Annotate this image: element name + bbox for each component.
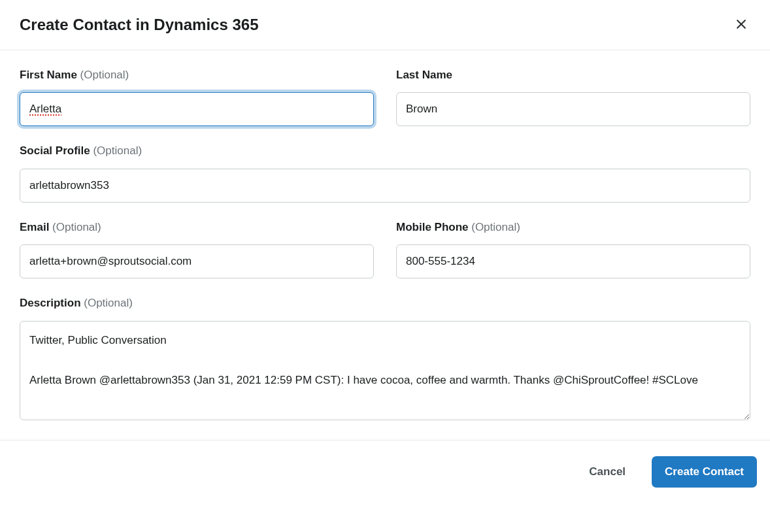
- label-text: Mobile Phone: [396, 221, 469, 233]
- label-optional: (Optional): [80, 69, 129, 81]
- modal-footer: Cancel Create Contact: [0, 440, 770, 494]
- group-mobile-phone: Mobile Phone (Optional): [396, 221, 750, 278]
- row-contact: Email (Optional) Mobile Phone (Optional): [20, 221, 750, 278]
- group-last-name: Last Name: [396, 69, 750, 126]
- label-email: Email (Optional): [20, 221, 374, 234]
- group-description: Description (Optional): [20, 297, 750, 420]
- label-optional: (Optional): [84, 297, 133, 309]
- description-input[interactable]: [20, 321, 750, 420]
- modal-header: Create Contact in Dynamics 365: [0, 0, 770, 50]
- last-name-input[interactable]: [396, 92, 750, 126]
- modal-body: First Name (Optional) Last Name Social P…: [0, 50, 770, 440]
- label-optional: (Optional): [471, 221, 520, 233]
- label-optional: (Optional): [93, 144, 142, 157]
- label-text: Last Name: [396, 69, 452, 81]
- email-input[interactable]: [20, 244, 374, 278]
- label-social-profile: Social Profile (Optional): [20, 144, 750, 158]
- label-text: Email: [20, 221, 49, 233]
- label-text: Social Profile: [20, 144, 90, 157]
- label-text: Description: [20, 297, 81, 309]
- social-profile-input[interactable]: [20, 169, 750, 203]
- label-mobile-phone: Mobile Phone (Optional): [396, 221, 750, 234]
- first-name-input[interactable]: [20, 92, 374, 126]
- row-social: Social Profile (Optional): [20, 144, 750, 202]
- label-optional: (Optional): [52, 221, 101, 233]
- create-contact-modal: Create Contact in Dynamics 365 First Nam…: [0, 0, 770, 494]
- label-description: Description (Optional): [20, 297, 750, 310]
- row-name: First Name (Optional) Last Name: [20, 69, 750, 126]
- cancel-button[interactable]: Cancel: [576, 456, 639, 488]
- close-button[interactable]: [732, 16, 750, 34]
- row-description: Description (Optional): [20, 297, 750, 420]
- label-text: First Name: [20, 69, 77, 81]
- create-contact-button[interactable]: Create Contact: [652, 456, 757, 488]
- group-email: Email (Optional): [20, 221, 374, 278]
- group-first-name: First Name (Optional): [20, 69, 374, 126]
- close-icon: [735, 18, 748, 33]
- mobile-phone-input[interactable]: [396, 244, 750, 278]
- group-social-profile: Social Profile (Optional): [20, 144, 750, 202]
- modal-title: Create Contact in Dynamics 365: [20, 16, 258, 34]
- label-last-name: Last Name: [396, 69, 750, 82]
- label-first-name: First Name (Optional): [20, 69, 374, 82]
